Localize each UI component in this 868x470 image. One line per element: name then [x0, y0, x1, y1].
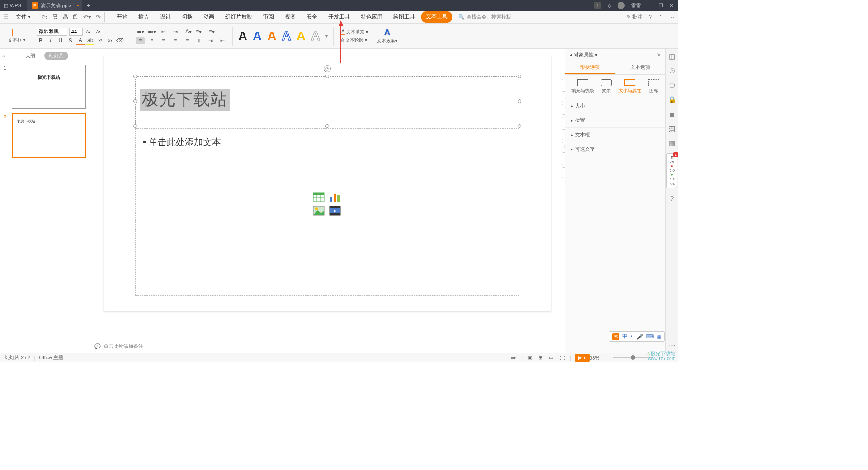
- wordart-more-button[interactable]: ▾: [326, 33, 328, 38]
- insert-table-icon[interactable]: [313, 192, 325, 202]
- underline-button[interactable]: U: [57, 37, 65, 45]
- section-textbox[interactable]: ▸ 文本框: [565, 127, 665, 142]
- insert-media-icon[interactable]: [329, 206, 341, 216]
- text-outline-button[interactable]: A文本轮廓▾: [339, 37, 370, 44]
- tab-special[interactable]: 特色应用: [356, 11, 387, 23]
- outline-tab[interactable]: 大纲: [21, 52, 40, 60]
- size-props-subtab[interactable]: 大小与属性: [617, 78, 643, 95]
- tab-transitions[interactable]: 切换: [177, 11, 197, 23]
- clear-format-button[interactable]: ⌫: [116, 37, 124, 45]
- tab-security[interactable]: 安全: [302, 11, 322, 23]
- text-fill-button[interactable]: A文本填充▾: [339, 28, 370, 36]
- wordart-style-3[interactable]: A: [267, 29, 276, 43]
- para-indent-inc-button[interactable]: ⇥: [206, 37, 215, 44]
- sidebar-select-icon[interactable]: ☉: [669, 67, 675, 75]
- undo-icon[interactable]: ↶▾: [83, 14, 91, 20]
- play-button[interactable]: ▶ ▾: [575, 354, 590, 362]
- insert-chart-icon[interactable]: [329, 192, 341, 202]
- distributed-align-button[interactable]: ≡: [183, 37, 192, 44]
- tab-slideshow[interactable]: 幻灯片放映: [221, 11, 257, 23]
- command-search[interactable]: 🔍 查找命令、搜索模板: [458, 14, 511, 20]
- resize-handle[interactable]: [518, 124, 521, 128]
- user-avatar[interactable]: [618, 2, 625, 9]
- print-preview-icon[interactable]: 🗐: [73, 14, 79, 20]
- sidebar-object-icon[interactable]: ⬠: [669, 81, 675, 89]
- user-name[interactable]: 雷雷: [631, 2, 641, 9]
- performance-badge[interactable]: 1 ⬆ 75 ● 0.0 ● 0.2 K/s: [666, 153, 677, 188]
- wps-logo[interactable]: ◫ WPS: [0, 3, 27, 9]
- reading-view-icon[interactable]: ▭: [547, 354, 555, 362]
- tab-devtools[interactable]: 开发工具: [324, 11, 354, 23]
- section-position[interactable]: ▸ 位置: [565, 113, 665, 127]
- bold-button[interactable]: B: [37, 37, 45, 45]
- minimize-button[interactable]: ―: [647, 3, 652, 8]
- decrease-indent-button[interactable]: ⇤: [159, 28, 168, 35]
- ime-keyboard-icon[interactable]: ⌨: [646, 334, 654, 340]
- resize-handle[interactable]: [518, 99, 521, 103]
- file-menu[interactable]: 文件▾: [12, 12, 34, 22]
- print-icon[interactable]: 🖶: [62, 14, 68, 20]
- restore-button[interactable]: ❐: [659, 3, 663, 9]
- sidebar-template-icon[interactable]: ◫: [669, 52, 675, 61]
- wordart-style-5[interactable]: A: [297, 29, 306, 43]
- resize-handle[interactable]: [326, 75, 329, 78]
- sidebar-layers-icon[interactable]: ≣: [669, 110, 675, 118]
- floattool-shape-icon[interactable]: ⬠: [562, 117, 565, 127]
- collapse-panel-icon[interactable]: «: [2, 53, 5, 59]
- tab-drawing-tools[interactable]: 绘图工具: [389, 11, 420, 23]
- section-alt[interactable]: ▸ 可选文字: [565, 142, 665, 156]
- insert-image-icon[interactable]: [313, 206, 325, 216]
- slide-canvas[interactable]: ⟳ 极光下载站 • 单击此处添加文本: [104, 56, 551, 311]
- content-placeholder[interactable]: • 单击此处添加文本: [135, 128, 519, 296]
- sorter-view-icon[interactable]: ⊞: [537, 354, 544, 362]
- strikethrough-button[interactable]: S: [66, 37, 75, 45]
- tab-start[interactable]: 开始: [112, 11, 132, 23]
- italic-button[interactable]: I: [47, 37, 55, 45]
- superscript-button[interactable]: X²: [96, 37, 104, 45]
- zoom-out-button[interactable]: −: [603, 354, 609, 362]
- text-options-tab[interactable]: 文本选项: [615, 61, 665, 74]
- bullet-list-button[interactable]: ≔▾: [136, 28, 145, 35]
- help-icon[interactable]: ?: [649, 14, 652, 20]
- wordart-style-1[interactable]: A: [238, 29, 247, 43]
- title-placeholder[interactable]: ⟳ 极光下载站: [135, 76, 519, 126]
- icon-subtab[interactable]: 图标: [646, 78, 661, 95]
- floattool-collapse-icon[interactable]: ―: [562, 79, 565, 89]
- resize-handle[interactable]: [133, 99, 137, 103]
- collapse-ribbon-icon[interactable]: ⌃: [658, 14, 663, 20]
- floattool-font-icon[interactable]: 字: [562, 142, 565, 153]
- close-button[interactable]: ✕: [670, 3, 674, 9]
- rotate-handle[interactable]: ⟳: [324, 65, 331, 72]
- align-justify-button[interactable]: ≡: [171, 37, 180, 44]
- floattool-frame-icon[interactable]: ▢: [562, 129, 565, 140]
- menu-icon[interactable]: ☰: [4, 14, 9, 20]
- resize-handle[interactable]: [518, 75, 521, 78]
- section-size[interactable]: ▸ 大小: [565, 99, 665, 113]
- tab-insert[interactable]: 插入: [134, 11, 154, 23]
- sidebar-more-icon[interactable]: ⋯: [669, 341, 675, 349]
- floattool-fill-icon[interactable]: ◧: [562, 91, 565, 102]
- redo-icon[interactable]: ↷: [96, 14, 101, 20]
- align-text-button[interactable]: ≡▾: [194, 28, 203, 35]
- slides-tab[interactable]: 幻灯片: [44, 52, 68, 60]
- subscript-button[interactable]: X₂: [106, 37, 114, 45]
- line-spacing-button[interactable]: ↕≡▾: [206, 28, 215, 35]
- tab-design[interactable]: 设计: [156, 11, 175, 23]
- ime-punct-icon[interactable]: •,: [630, 334, 634, 340]
- font-name-select[interactable]: [37, 28, 67, 36]
- title-text[interactable]: 极光下载站: [140, 89, 230, 111]
- ime-voice-icon[interactable]: 🎤: [637, 334, 643, 340]
- number-list-button[interactable]: ≕▾: [147, 28, 156, 35]
- floattool-text-icon[interactable]: T: [562, 155, 565, 165]
- tab-view[interactable]: 视图: [280, 11, 300, 23]
- align-center-button[interactable]: ≡: [147, 37, 156, 44]
- increase-indent-button[interactable]: ⇥: [171, 28, 180, 35]
- zoom-value[interactable]: 98%: [590, 355, 599, 361]
- resize-handle[interactable]: [326, 124, 329, 128]
- decrease-font-icon[interactable]: A▾: [94, 28, 103, 36]
- text-effect-button[interactable]: A 文本效果▾: [377, 28, 397, 44]
- slide-thumb-1[interactable]: 1 极光下载站: [4, 65, 86, 109]
- text-direction-button[interactable]: ↕A▾: [183, 28, 192, 35]
- sidebar-lock-icon[interactable]: 🔒: [668, 96, 676, 104]
- align-right-button[interactable]: ≡: [159, 37, 168, 44]
